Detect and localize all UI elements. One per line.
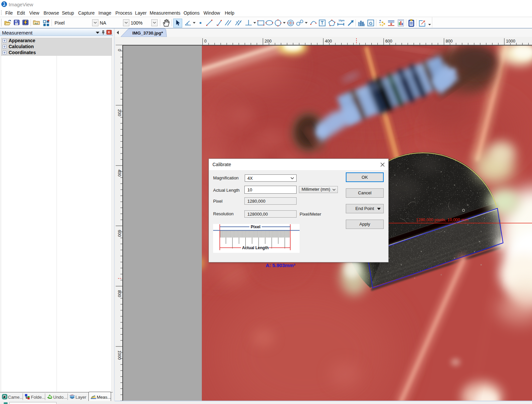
svg-text:400: 400 bbox=[325, 39, 332, 44]
svg-text:200: 200 bbox=[265, 39, 272, 44]
svg-text:200: 200 bbox=[117, 109, 122, 116]
svg-text:Actual Length: Actual Length bbox=[242, 246, 269, 250]
svg-text:600: 600 bbox=[385, 39, 392, 44]
svg-text:10µm: 10µm bbox=[338, 19, 344, 22]
svg-text:Pixel: Pixel bbox=[251, 225, 260, 229]
svg-text:600: 600 bbox=[117, 230, 122, 237]
svg-text:400: 400 bbox=[117, 169, 122, 176]
svg-text:G: G bbox=[369, 21, 372, 26]
svg-text:0: 0 bbox=[204, 39, 206, 44]
svg-text:1000: 1000 bbox=[506, 39, 515, 44]
svg-text:800: 800 bbox=[117, 290, 122, 297]
svg-text:1000: 1000 bbox=[117, 351, 122, 360]
svg-text:1280,000 pixels, 10,000 mm: 1280,000 pixels, 10,000 mm bbox=[416, 218, 468, 222]
svg-text:800: 800 bbox=[446, 39, 453, 44]
svg-text:A: 5.903mm²: A: 5.903mm² bbox=[266, 262, 295, 268]
